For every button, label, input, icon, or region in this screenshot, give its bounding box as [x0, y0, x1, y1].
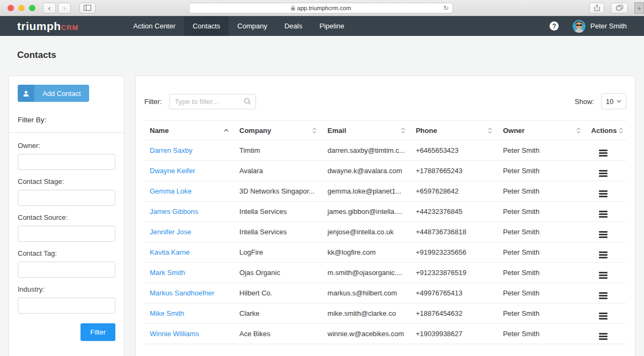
add-contact-button[interactable]: Add Contact [18, 85, 89, 102]
address-bar[interactable]: app.triumphcrm.com ↻ [189, 3, 453, 13]
contact-source-input[interactable] [18, 226, 115, 242]
row-actions-menu-icon[interactable] [591, 150, 608, 157]
contact-tag-input[interactable] [18, 262, 115, 278]
owner-cell: Peter Smith [497, 222, 586, 242]
row-actions-menu-icon[interactable] [591, 170, 608, 177]
sidebar-toggle-button[interactable] [79, 3, 96, 13]
lock-icon [291, 5, 295, 11]
table-row: Darren Saxby Timtim darren.saxby@timtim.… [144, 140, 626, 161]
row-actions-menu-icon[interactable] [591, 231, 608, 238]
close-window-button[interactable] [8, 5, 14, 11]
contact-name-link[interactable]: Winnie Williams [150, 330, 199, 338]
nav-item-deals[interactable]: Deals [276, 16, 311, 36]
page-header: Contacts [0, 36, 644, 76]
url-text: app.triumphcrm.com [297, 5, 351, 11]
filter-field-industry: Industry: [18, 285, 115, 314]
contact-tag-label: Contact Tag: [18, 249, 115, 257]
browser-chrome: ‹ › app.triumphcrm.com ↻ + [0, 0, 644, 16]
sort-asc-icon [224, 129, 229, 132]
table-row: Dwayne Keifer Avalara dwayne.k@avalara.c… [144, 161, 626, 181]
filter-field-contact-stage: Contact Stage: [18, 177, 115, 206]
owner-input[interactable] [18, 154, 115, 170]
column-header-actions[interactable]: Actions [586, 121, 626, 140]
contact-stage-label: Contact Stage: [18, 177, 115, 186]
row-actions-menu-icon[interactable] [591, 333, 608, 340]
company-cell: Ojas Organic [234, 263, 322, 283]
page-title: Contacts [17, 50, 627, 61]
new-tab-button[interactable]: + [634, 2, 644, 14]
contact-name-link[interactable]: Kavita Karne [150, 248, 189, 256]
share-button[interactable] [589, 3, 604, 13]
browser-forward-button[interactable]: › [58, 3, 71, 13]
filter-submit-button[interactable]: Filter [80, 323, 115, 341]
contact-name-link[interactable]: Mark Smith [150, 269, 185, 277]
row-actions-menu-icon[interactable] [591, 211, 608, 218]
reload-icon[interactable]: ↻ [443, 4, 449, 12]
contact-name-link[interactable]: Darren Saxby [150, 146, 192, 154]
phone-cell: +912323876519 [411, 263, 498, 283]
help-icon[interactable]: ? [550, 21, 559, 31]
table-row: Markus Sandhoefner Hilbert Co. markus.s@… [144, 283, 626, 303]
industry-label: Industry: [18, 285, 115, 293]
industry-input[interactable] [18, 298, 115, 314]
contacts-panel: Filter: Show: 10 [135, 76, 635, 356]
nav-item-contacts[interactable]: Contacts [184, 16, 229, 36]
nav-item-company[interactable]: Company [229, 16, 276, 36]
contact-name-link[interactable]: Jennifer Jose [150, 228, 191, 236]
show-per-page-select[interactable]: 10 [601, 93, 626, 109]
email-cell: gemma.loke@planet1... [322, 181, 410, 202]
contact-name-link[interactable]: James Gibbons [150, 207, 198, 216]
email-cell: winnie.w@acebikes.com [322, 324, 410, 344]
owner-cell: Peter Smith [497, 303, 586, 324]
contact-name-link[interactable]: Dwayne Keifer [150, 167, 195, 175]
table-row: Winnie Williams Ace Bikes winnie.w@acebi… [144, 324, 626, 344]
owner-cell: Peter Smith [497, 181, 586, 202]
column-header-phone[interactable]: Phone [411, 121, 498, 140]
owner-cell: Peter Smith [497, 263, 586, 283]
column-header-name[interactable]: Name [144, 121, 234, 140]
show-tabs-button[interactable] [611, 3, 628, 13]
avatar[interactable] [573, 20, 586, 33]
table-row: Kavita Karne LogFire kk@logfire.com +919… [144, 242, 626, 263]
contact-name-link[interactable]: Mike Smith [150, 309, 184, 317]
company-cell: Hilbert Co. [234, 283, 322, 303]
phone-cell: +919923235656 [411, 242, 498, 263]
row-actions-menu-icon[interactable] [591, 251, 608, 258]
table-filter-input[interactable] [169, 94, 256, 109]
row-actions-menu-icon[interactable] [591, 292, 608, 299]
zoom-window-button[interactable] [29, 5, 35, 11]
column-header-owner[interactable]: Owner [497, 121, 586, 140]
owner-cell: Peter Smith [497, 161, 586, 181]
table-row: Gemma Loke 3D Networks Singapor... gemma… [144, 181, 626, 202]
minimize-window-button[interactable] [18, 5, 25, 11]
column-header-email[interactable]: Email [322, 121, 410, 140]
nav-item-action-center[interactable]: Action Center [125, 16, 184, 36]
search-icon [244, 98, 251, 107]
table-row: Jennifer Jose Intella Services jenjose@i… [144, 222, 626, 242]
contact-name-link[interactable]: Markus Sandhoefner [150, 289, 215, 297]
company-cell: Ace Bikes [234, 324, 322, 344]
nav-item-pipeline[interactable]: Pipeline [311, 16, 353, 36]
sort-both-icon [401, 128, 405, 134]
app-logo[interactable]: triumphCRM [17, 20, 78, 33]
email-cell: kk@logfire.com [322, 242, 410, 263]
sort-both-icon [488, 128, 492, 134]
company-cell: Avalara [234, 161, 322, 181]
row-actions-menu-icon[interactable] [591, 313, 608, 320]
company-cell: 3D Networks Singapor... [234, 181, 322, 202]
filter-field-owner: Owner: [18, 142, 115, 170]
sort-both-icon [312, 128, 317, 134]
browser-back-button[interactable]: ‹ [43, 3, 56, 13]
email-cell: jenjose@intella.co.uk [322, 222, 410, 242]
row-actions-menu-icon[interactable] [591, 272, 608, 279]
add-contact-label: Add Contact [34, 85, 89, 102]
user-name[interactable]: Peter Smith [590, 22, 627, 30]
filter-by-label: Filter By: [18, 116, 115, 124]
contact-name-link[interactable]: Gemma Loke [150, 187, 192, 195]
phone-cell: +6465653423 [411, 140, 498, 161]
show-label: Show: [575, 98, 594, 106]
column-header-company[interactable]: Company [234, 121, 322, 140]
company-cell: LogFire [234, 242, 322, 263]
row-actions-menu-icon[interactable] [591, 190, 608, 197]
contact-stage-input[interactable] [18, 190, 115, 206]
